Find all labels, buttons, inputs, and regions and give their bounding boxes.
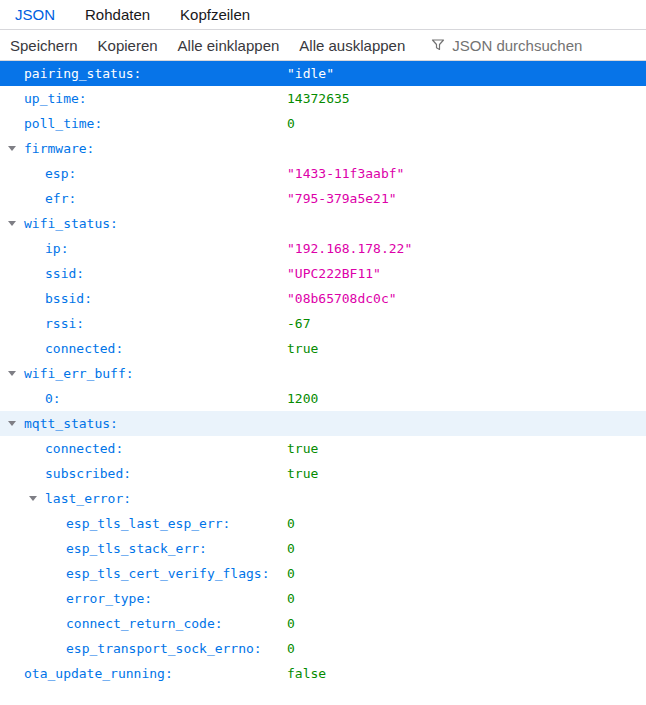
tab-kopfzeilen[interactable]: Kopfzeilen [165, 0, 265, 29]
json-value: 0 [287, 586, 295, 611]
funnel-filter-icon [431, 38, 445, 52]
json-key: ota_update_running: [24, 666, 173, 681]
toolbar: SpeichernKopierenAlle einklappenAlle aus… [0, 30, 646, 61]
json-key: pairing_status: [24, 66, 141, 81]
json-value: false [287, 661, 326, 686]
json-key: up_time: [24, 91, 87, 106]
tree-row-rssi[interactable]: rssi:-67 [0, 311, 646, 336]
json-key: rssi: [45, 316, 84, 331]
tree-row-up_time[interactable]: up_time:14372635 [0, 86, 646, 111]
json-tree: pairing_status:"idle"up_time:14372635pol… [0, 61, 646, 705]
json-key: poll_time: [24, 116, 102, 131]
json-value: "08b65708dc0c" [287, 286, 397, 311]
json-key: esp_tls_stack_err: [66, 541, 207, 556]
toolbar-buttons: SpeichernKopierenAlle einklappenAlle aus… [0, 30, 415, 60]
json-value: -67 [287, 311, 310, 336]
tab-json[interactable]: JSON [0, 0, 70, 29]
alle-einklappen-button[interactable]: Alle einklappen [168, 30, 290, 60]
json-filter-box[interactable] [421, 30, 646, 60]
tree-row-ota_update_running[interactable]: ota_update_running:false [0, 661, 646, 686]
tree-row-wifi_status[interactable]: wifi_status: [0, 211, 646, 236]
json-search-input[interactable] [452, 30, 646, 60]
tab-bar: JSONRohdatenKopfzeilen [0, 0, 646, 30]
json-key: ip: [45, 241, 68, 256]
json-value: 0 [287, 111, 295, 136]
tree-row-efr[interactable]: efr:"795-379a5e21" [0, 186, 646, 211]
json-key: mqtt_status: [24, 416, 118, 431]
json-key: connected: [45, 341, 123, 356]
json-key: esp_tls_cert_verify_flags: [66, 566, 270, 581]
json-value: "UPC222BF11" [287, 261, 381, 286]
tree-row-connected[interactable]: connected:true [0, 336, 646, 361]
tree-row-mqtt_status[interactable]: mqtt_status: [0, 411, 646, 436]
json-key: firmware: [24, 141, 94, 156]
tree-row-last_error[interactable]: last_error: [0, 486, 646, 511]
tree-row-ssid[interactable]: ssid:"UPC222BF11" [0, 261, 646, 286]
json-key: ssid: [45, 266, 84, 281]
tree-row-wifi_err_buff[interactable]: wifi_err_buff: [0, 361, 646, 386]
json-key: subscribed: [45, 466, 131, 481]
json-value: true [287, 336, 318, 361]
tree-row-esp_tls_cert_verify_flags[interactable]: esp_tls_cert_verify_flags:0 [0, 561, 646, 586]
collapse-arrow-icon[interactable] [8, 221, 16, 226]
tree-row-ip[interactable]: ip:"192.168.178.22" [0, 236, 646, 261]
tree-row-esp[interactable]: esp:"1433-11f3aabf" [0, 161, 646, 186]
json-key: wifi_err_buff: [24, 366, 134, 381]
json-key: 0: [45, 391, 61, 406]
speichern-button[interactable]: Speichern [0, 30, 88, 60]
tree-row-0[interactable]: 0:1200 [0, 386, 646, 411]
tree-row-esp_transport_sock_errno[interactable]: esp_transport_sock_errno:0 [0, 636, 646, 661]
json-key: connected: [45, 441, 123, 456]
collapse-arrow-icon[interactable] [8, 146, 16, 151]
json-value: 1200 [287, 386, 318, 411]
json-viewer: JSONRohdatenKopfzeilen SpeichernKopieren… [0, 0, 646, 705]
collapse-arrow-icon[interactable] [29, 496, 37, 501]
tree-row-connected[interactable]: connected:true [0, 436, 646, 461]
json-value: 0 [287, 561, 295, 586]
json-value: 0 [287, 511, 295, 536]
kopieren-button[interactable]: Kopieren [88, 30, 168, 60]
json-value: "1433-11f3aabf" [287, 161, 404, 186]
json-value: 0 [287, 636, 295, 661]
json-key: esp_tls_last_esp_err: [66, 516, 230, 531]
collapse-arrow-icon[interactable] [8, 371, 16, 376]
json-value: true [287, 436, 318, 461]
tree-row-subscribed[interactable]: subscribed:true [0, 461, 646, 486]
tree-row-esp_tls_stack_err[interactable]: esp_tls_stack_err:0 [0, 536, 646, 561]
json-value: "795-379a5e21" [287, 186, 397, 211]
tree-row-poll_time[interactable]: poll_time:0 [0, 111, 646, 136]
tree-row-firmware[interactable]: firmware: [0, 136, 646, 161]
json-key: esp_transport_sock_errno: [66, 641, 262, 656]
json-value: 0 [287, 611, 295, 636]
json-value: true [287, 461, 318, 486]
json-key: error_type: [66, 591, 152, 606]
collapse-arrow-icon[interactable] [8, 421, 16, 426]
tree-row-esp_tls_last_esp_err[interactable]: esp_tls_last_esp_err:0 [0, 511, 646, 536]
json-key: last_error: [45, 491, 131, 506]
alle-ausklappen-button[interactable]: Alle ausklappen [289, 30, 415, 60]
json-key: efr: [45, 191, 76, 206]
json-value: "idle" [287, 61, 334, 86]
json-key: esp: [45, 166, 76, 181]
tree-row-error_type[interactable]: error_type:0 [0, 586, 646, 611]
json-value: 14372635 [287, 86, 350, 111]
json-key: wifi_status: [24, 216, 118, 231]
json-value: 0 [287, 536, 295, 561]
tree-row-pairing_status[interactable]: pairing_status:"idle" [0, 61, 646, 86]
tree-row-connect_return_code[interactable]: connect_return_code:0 [0, 611, 646, 636]
tree-row-bssid[interactable]: bssid:"08b65708dc0c" [0, 286, 646, 311]
json-key: bssid: [45, 291, 92, 306]
json-value: "192.168.178.22" [287, 236, 412, 261]
json-key: connect_return_code: [66, 616, 223, 631]
tab-rohdaten[interactable]: Rohdaten [70, 0, 165, 29]
